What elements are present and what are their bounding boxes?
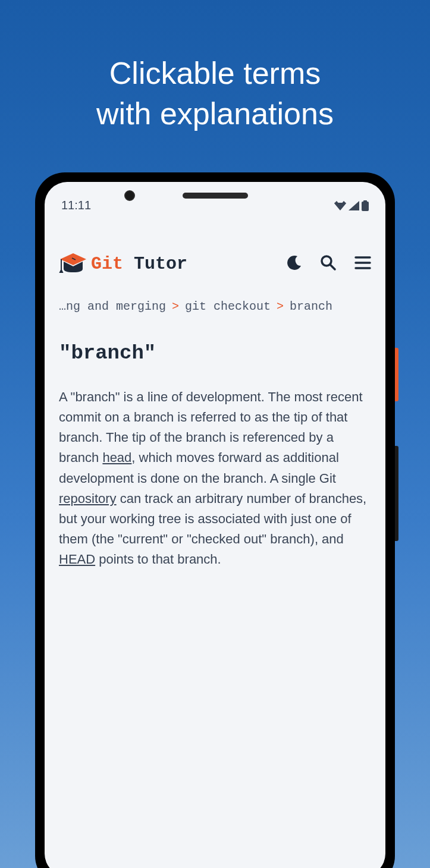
logo-git: Git: [91, 254, 123, 274]
app-header: Git Tutor: [45, 224, 385, 289]
term-link-repository[interactable]: repository: [59, 491, 117, 506]
svg-rect-1: [363, 200, 367, 202]
breadcrumb-separator: >: [277, 300, 284, 313]
definition-text: A "branch" is a line of development. The…: [59, 387, 371, 570]
promo-line2: with explanations: [96, 96, 334, 131]
logo[interactable]: Git Tutor: [59, 251, 187, 277]
status-time: 11:11: [61, 199, 91, 212]
status-icons: [334, 200, 369, 211]
promo-heading: Clickable terms with explanations: [0, 0, 430, 158]
signal-icon: [349, 201, 359, 210]
dark-mode-button[interactable]: [287, 255, 302, 273]
body-text-4: points to that branch.: [95, 552, 221, 567]
phone-speaker: [183, 193, 248, 199]
phone-frame: 11:11: [35, 172, 395, 868]
search-button[interactable]: [320, 254, 337, 273]
battery-icon: [362, 200, 369, 211]
header-actions: [287, 254, 371, 273]
content-area: "branch" A "branch" is a line of develop…: [45, 324, 385, 587]
breadcrumb-separator: >: [172, 300, 179, 313]
wifi-icon: [334, 201, 346, 210]
moon-icon: [287, 255, 302, 271]
phone-screen: 11:11: [45, 182, 385, 868]
hamburger-icon: [354, 256, 371, 270]
term-link-head-upper[interactable]: HEAD: [59, 552, 95, 567]
breadcrumb: …ng and merging > git checkout > branch: [45, 289, 385, 324]
svg-rect-0: [362, 202, 369, 211]
term-link-head[interactable]: head: [102, 450, 131, 465]
menu-button[interactable]: [354, 256, 371, 272]
breadcrumb-item-checkout[interactable]: git checkout: [185, 300, 271, 313]
logo-tutor: Tutor: [134, 254, 187, 274]
graduation-cap-icon: [59, 251, 85, 277]
phone-volume-button: [395, 446, 398, 541]
breadcrumb-item-branching[interactable]: …ng and merging: [59, 300, 166, 313]
promo-line1: Clickable terms: [109, 56, 321, 90]
breadcrumb-item-branch[interactable]: branch: [290, 300, 332, 313]
logo-text: Git Tutor: [91, 254, 187, 274]
search-icon: [320, 254, 337, 271]
svg-line-5: [330, 265, 335, 269]
page-title: "branch": [59, 342, 371, 364]
phone-power-button: [395, 348, 398, 401]
